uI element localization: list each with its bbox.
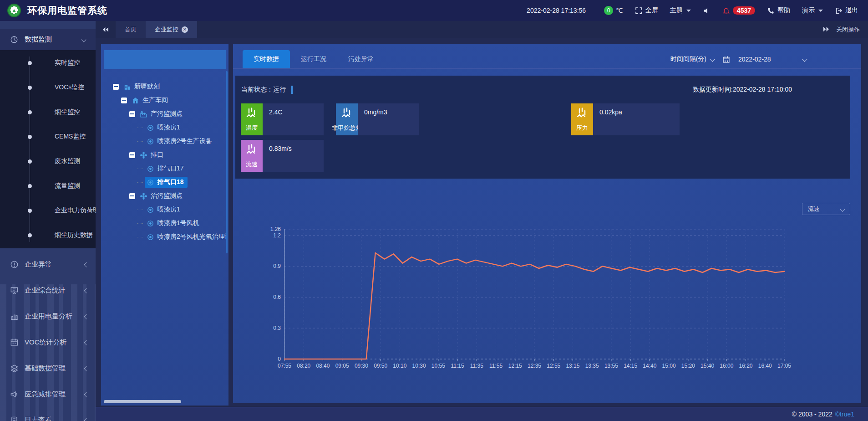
gauge-icon bbox=[576, 107, 588, 119]
sidebar-section-7[interactable]: 日志查看 bbox=[0, 407, 96, 421]
section-expanded-chevron-icon bbox=[81, 37, 86, 42]
window-tab-label: 首页 bbox=[125, 26, 137, 34]
sidebar-item-5[interactable]: 流量监测 bbox=[0, 180, 96, 192]
tree-node-label: 治污监测点 bbox=[151, 192, 183, 200]
tree-node-4[interactable]: 喷漆房2号生产设备 bbox=[137, 135, 216, 147]
layers-icon bbox=[10, 364, 19, 373]
demo-button[interactable]: 演示 bbox=[802, 6, 823, 15]
metric-tile: 温度 bbox=[241, 103, 263, 135]
tree-node-5[interactable]: 排口 bbox=[129, 149, 167, 161]
x-axis-tick-label: 11:15 bbox=[451, 363, 464, 369]
tree-node-label: 喷漆房2号生产设备 bbox=[157, 137, 212, 145]
tree-expand-toggle[interactable] bbox=[113, 84, 119, 90]
date-select[interactable]: 2022-02-28 bbox=[738, 56, 807, 63]
tree-node-label: 产污监测点 bbox=[151, 110, 183, 118]
demo-caret-icon bbox=[818, 10, 823, 12]
tree-node-10[interactable]: 喷漆房1号风机 bbox=[137, 217, 203, 229]
tree-node-1[interactable]: 生产车间 bbox=[121, 94, 172, 106]
tabs-scroll-right-button[interactable] bbox=[822, 26, 830, 34]
target-icon bbox=[147, 138, 154, 145]
metric-value: 0.83m/s bbox=[269, 145, 292, 152]
panel-controls: 时间间隔(分) 2022-02-28 bbox=[670, 50, 807, 68]
sidebar-item-7[interactable]: 烟尘历史数据 bbox=[0, 229, 96, 241]
tree-expand-toggle[interactable] bbox=[121, 98, 127, 103]
tree-node-6[interactable]: 排气口17 bbox=[137, 163, 188, 175]
sidebar-section-3[interactable]: 企业用电量分析 bbox=[0, 303, 96, 329]
tree-node-label: 喷漆房2号风机光氧治理设备 bbox=[157, 233, 227, 241]
interval-select[interactable]: 时间间隔(分) bbox=[670, 55, 714, 63]
sidebar-item-2[interactable]: 烟尘监控 bbox=[0, 106, 96, 118]
tree-node-label: 喷漆房1号风机 bbox=[157, 219, 199, 227]
sidebar-section-6[interactable]: 应急减排管理 bbox=[0, 381, 96, 407]
sidebar-section-1[interactable]: 企业异常 bbox=[0, 252, 96, 277]
building-icon bbox=[123, 83, 131, 91]
close-operations-button[interactable]: 关闭操作 bbox=[836, 26, 860, 34]
log-icon bbox=[10, 416, 19, 421]
sidebar-submenu: 实时监控 VOCs监控 烟尘监控 CEMS监控 废水监测 流量监测 企业电力负荷… bbox=[0, 50, 96, 248]
tree-expand-toggle[interactable] bbox=[129, 193, 135, 199]
tree-node-3[interactable]: 喷漆房1 bbox=[137, 122, 184, 133]
tree-node-11[interactable]: 喷漆房2号风机光氧治理设备 bbox=[137, 231, 227, 243]
tree-connector bbox=[137, 128, 143, 128]
section-collapsed-chevron-icon bbox=[84, 418, 89, 421]
metric-name: 温度 bbox=[246, 124, 258, 132]
help-label: 帮助 bbox=[777, 6, 790, 15]
sidebar-item-6[interactable]: 企业电力负荷明细 bbox=[0, 204, 96, 217]
panel-tab-2[interactable]: 污处异常 bbox=[337, 50, 385, 68]
x-axis-tick-label: 13:55 bbox=[604, 363, 618, 369]
window-tab-1[interactable]: 企业监控✕ bbox=[146, 21, 197, 38]
sidebar-section-0[interactable]: 数据监测 bbox=[0, 29, 96, 50]
tree-node-0[interactable]: 新疆默刻 bbox=[113, 81, 163, 92]
fan-icon bbox=[140, 151, 147, 159]
tree-node-content: 新疆默刻 bbox=[122, 81, 163, 92]
x-axis-tick-label: 11:35 bbox=[470, 363, 483, 369]
tab-close-icon[interactable]: ✕ bbox=[182, 26, 188, 33]
tree-node-9[interactable]: 喷漆房1 bbox=[137, 204, 184, 216]
x-axis-tick-label: 16:20 bbox=[739, 363, 753, 369]
mute-button[interactable] bbox=[703, 7, 711, 15]
theme-button[interactable]: 主题 bbox=[670, 6, 691, 15]
panel-tab-1[interactable]: 运行工况 bbox=[290, 50, 337, 68]
tree-node-content: 喷漆房2号生产设备 bbox=[145, 136, 216, 147]
sidebar-section-5[interactable]: 基础数据管理 bbox=[0, 355, 96, 381]
tree-node-7[interactable]: 排气口18 bbox=[137, 176, 188, 188]
brand-link[interactable]: ©true1 bbox=[835, 411, 854, 418]
sidebar-section-4[interactable]: VOC统计分析 bbox=[0, 329, 96, 355]
tabs-scroll-left-button[interactable] bbox=[96, 21, 116, 38]
tree-vertical-scrollbar[interactable] bbox=[226, 71, 228, 253]
help-button[interactable]: 帮助 bbox=[767, 6, 790, 15]
metric-value: 0.02kpa bbox=[599, 108, 622, 116]
footer: © 2003 - 2022 ©true1 bbox=[96, 407, 868, 421]
target-icon bbox=[147, 220, 154, 227]
calendar-button[interactable] bbox=[722, 56, 730, 63]
sidebar-item-4[interactable]: 废水监测 bbox=[0, 155, 96, 168]
sidebar-section-2[interactable]: 企业综合统计 bbox=[0, 277, 96, 303]
series-select[interactable]: 流速 bbox=[802, 203, 850, 215]
current-status: 当前状态：运行 bbox=[241, 86, 293, 94]
tree-expand-toggle[interactable] bbox=[129, 111, 135, 117]
tabbar-right: 关闭操作 bbox=[822, 21, 868, 38]
alarm-button[interactable]: 4537 bbox=[722, 6, 755, 15]
x-axis-tick-label: 12:55 bbox=[547, 363, 560, 369]
sidebar-item-0[interactable]: 实时监控 bbox=[0, 56, 96, 69]
tree-horizontal-scrollbar[interactable] bbox=[104, 400, 181, 403]
sidebar-section-label: 应急减排管理 bbox=[25, 390, 66, 399]
fullscreen-button[interactable]: 全屏 bbox=[635, 6, 658, 15]
sidebar-item-1[interactable]: VOCs监控 bbox=[0, 81, 96, 94]
window-tab-0[interactable]: 首页 bbox=[116, 21, 146, 38]
y-axis-tick-label: 0.6 bbox=[273, 294, 281, 300]
series-select-chevron-icon bbox=[840, 206, 845, 211]
tree-node-8[interactable]: 治污监测点 bbox=[129, 190, 186, 202]
megaphone-icon bbox=[10, 390, 19, 399]
window-tab-label: 企业监控 bbox=[155, 26, 178, 34]
tree-node-content: 喷漆房1 bbox=[145, 204, 184, 215]
sidebar-item-label: VOCs监控 bbox=[55, 83, 84, 92]
interval-label: 时间间隔(分) bbox=[670, 55, 706, 63]
logout-button[interactable]: 退出 bbox=[835, 6, 858, 15]
sidebar-item-3[interactable]: CEMS监控 bbox=[0, 130, 96, 143]
panel-tab-0[interactable]: 实时数据 bbox=[243, 50, 290, 68]
tree-expand-toggle[interactable] bbox=[129, 152, 135, 158]
tree-node-2[interactable]: 产污监测点 bbox=[129, 108, 186, 120]
y-axis-tick-label: 0.9 bbox=[273, 263, 281, 269]
sidebar-section-label: 企业用电量分析 bbox=[25, 312, 72, 321]
